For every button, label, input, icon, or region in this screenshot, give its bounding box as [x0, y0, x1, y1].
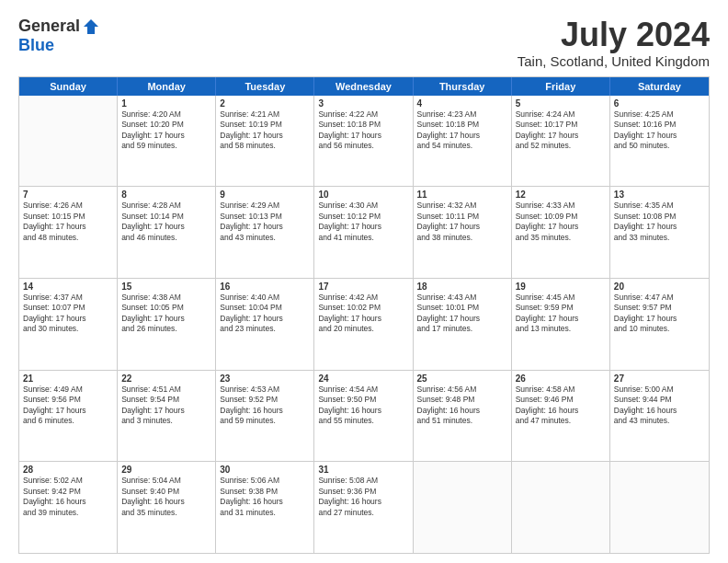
month-title: July 2024: [518, 17, 710, 53]
calendar-cell-11: 11Sunrise: 4:32 AMSunset: 10:11 PMDaylig…: [414, 187, 512, 278]
calendar-cell-27: 27Sunrise: 5:00 AMSunset: 9:44 PMDayligh…: [610, 371, 709, 462]
calendar-cell-6: 6Sunrise: 4:25 AMSunset: 10:16 PMDayligh…: [610, 96, 709, 187]
calendar-cell-13: 13Sunrise: 4:35 AMSunset: 10:08 PMDaylig…: [610, 187, 709, 278]
cell-info: Sunrise: 4:47 AMSunset: 9:57 PMDaylight:…: [614, 293, 705, 335]
day-number: 31: [318, 465, 408, 475]
logo-general: General: [18, 17, 80, 36]
calendar-cell-31: 31Sunrise: 5:08 AMSunset: 9:36 PMDayligh…: [314, 462, 413, 553]
cell-info: Sunrise: 4:22 AMSunset: 10:18 PMDaylight…: [318, 109, 408, 152]
day-number: 1: [121, 98, 211, 109]
day-number: 21: [23, 373, 113, 384]
cell-info: Sunrise: 4:56 AMSunset: 9:48 PMDaylight:…: [417, 385, 507, 427]
day-number: 7: [23, 190, 113, 200]
day-number: 14: [23, 282, 113, 292]
cell-info: Sunrise: 4:20 AMSunset: 10:20 PMDaylight…: [121, 109, 211, 152]
calendar-cell-3: 3Sunrise: 4:22 AMSunset: 10:18 PMDayligh…: [314, 96, 413, 187]
cell-info: Sunrise: 5:00 AMSunset: 9:44 PMDaylight:…: [614, 385, 705, 427]
calendar-cell-empty-4-5: [512, 462, 610, 553]
day-number: 4: [417, 98, 507, 109]
calendar-cell-24: 24Sunrise: 4:54 AMSunset: 9:50 PMDayligh…: [314, 371, 413, 462]
calendar-body: 1Sunrise: 4:20 AMSunset: 10:20 PMDayligh…: [19, 96, 709, 553]
day-number: 5: [516, 98, 606, 109]
day-number: 8: [121, 190, 211, 200]
header-day-thursday: Thursday: [414, 77, 512, 96]
day-number: 29: [121, 465, 211, 475]
day-number: 24: [318, 373, 408, 384]
calendar-cell-18: 18Sunrise: 4:43 AMSunset: 10:01 PMDaylig…: [414, 279, 512, 370]
cell-info: Sunrise: 4:24 AMSunset: 10:17 PMDaylight…: [516, 109, 606, 152]
cell-info: Sunrise: 5:08 AMSunset: 9:36 PMDaylight:…: [318, 476, 408, 518]
header-day-friday: Friday: [512, 77, 610, 96]
calendar: SundayMondayTuesdayWednesdayThursdayFrid…: [18, 76, 710, 554]
svg-marker-0: [84, 19, 98, 34]
day-number: 3: [318, 98, 408, 109]
day-number: 13: [614, 190, 705, 200]
calendar-cell-16: 16Sunrise: 4:40 AMSunset: 10:04 PMDaylig…: [216, 279, 314, 370]
calendar-cell-20: 20Sunrise: 4:47 AMSunset: 9:57 PMDayligh…: [610, 279, 709, 370]
calendar-cell-23: 23Sunrise: 4:53 AMSunset: 9:52 PMDayligh…: [216, 371, 314, 462]
logo: General Blue: [18, 17, 100, 55]
day-number: 6: [614, 98, 705, 109]
day-number: 12: [516, 190, 606, 200]
calendar-cell-26: 26Sunrise: 4:58 AMSunset: 9:46 PMDayligh…: [512, 371, 610, 462]
calendar-header: SundayMondayTuesdayWednesdayThursdayFrid…: [19, 77, 709, 96]
day-number: 20: [614, 282, 705, 292]
cell-info: Sunrise: 5:02 AMSunset: 9:42 PMDaylight:…: [23, 476, 113, 518]
day-number: 11: [417, 190, 507, 200]
cell-info: Sunrise: 5:06 AMSunset: 9:38 PMDaylight:…: [220, 476, 310, 518]
header-day-saturday: Saturday: [610, 77, 709, 96]
cell-info: Sunrise: 4:43 AMSunset: 10:01 PMDaylight…: [417, 293, 507, 335]
cell-info: Sunrise: 4:28 AMSunset: 10:14 PMDaylight…: [121, 201, 211, 243]
calendar-cell-21: 21Sunrise: 4:49 AMSunset: 9:56 PMDayligh…: [19, 371, 118, 462]
day-number: 10: [318, 190, 408, 200]
cell-info: Sunrise: 4:29 AMSunset: 10:13 PMDaylight…: [220, 201, 310, 243]
calendar-cell-empty-4-4: [414, 462, 512, 553]
calendar-row-5: 28Sunrise: 5:02 AMSunset: 9:42 PMDayligh…: [19, 461, 709, 553]
cell-info: Sunrise: 4:32 AMSunset: 10:11 PMDaylight…: [417, 201, 507, 243]
day-number: 2: [220, 98, 310, 109]
header-day-wednesday: Wednesday: [314, 77, 413, 96]
calendar-cell-1: 1Sunrise: 4:20 AMSunset: 10:20 PMDayligh…: [118, 96, 216, 187]
day-number: 25: [417, 373, 507, 384]
cell-info: Sunrise: 4:40 AMSunset: 10:04 PMDaylight…: [220, 293, 310, 335]
calendar-cell-12: 12Sunrise: 4:33 AMSunset: 10:09 PMDaylig…: [512, 187, 610, 278]
calendar-row-3: 14Sunrise: 4:37 AMSunset: 10:07 PMDaylig…: [19, 278, 709, 370]
cell-info: Sunrise: 5:04 AMSunset: 9:40 PMDaylight:…: [121, 476, 211, 518]
cell-info: Sunrise: 4:38 AMSunset: 10:05 PMDaylight…: [121, 293, 211, 335]
calendar-cell-22: 22Sunrise: 4:51 AMSunset: 9:54 PMDayligh…: [118, 371, 216, 462]
day-number: 30: [220, 465, 310, 475]
calendar-cell-14: 14Sunrise: 4:37 AMSunset: 10:07 PMDaylig…: [19, 279, 118, 370]
day-number: 28: [23, 465, 113, 475]
cell-info: Sunrise: 4:35 AMSunset: 10:08 PMDaylight…: [614, 201, 705, 243]
calendar-cell-29: 29Sunrise: 5:04 AMSunset: 9:40 PMDayligh…: [118, 462, 216, 553]
calendar-cell-4: 4Sunrise: 4:23 AMSunset: 10:18 PMDayligh…: [414, 96, 512, 187]
cell-info: Sunrise: 4:33 AMSunset: 10:09 PMDaylight…: [516, 201, 606, 243]
calendar-cell-17: 17Sunrise: 4:42 AMSunset: 10:02 PMDaylig…: [314, 279, 413, 370]
cell-info: Sunrise: 4:23 AMSunset: 10:18 PMDaylight…: [417, 109, 507, 152]
calendar-cell-5: 5Sunrise: 4:24 AMSunset: 10:17 PMDayligh…: [512, 96, 610, 187]
day-number: 15: [121, 282, 211, 292]
day-number: 27: [614, 373, 705, 384]
calendar-cell-15: 15Sunrise: 4:38 AMSunset: 10:05 PMDaylig…: [118, 279, 216, 370]
calendar-cell-30: 30Sunrise: 5:06 AMSunset: 9:38 PMDayligh…: [216, 462, 314, 553]
day-number: 26: [516, 373, 606, 384]
day-number: 18: [417, 282, 507, 292]
cell-info: Sunrise: 4:53 AMSunset: 9:52 PMDaylight:…: [220, 385, 310, 427]
calendar-cell-19: 19Sunrise: 4:45 AMSunset: 9:59 PMDayligh…: [512, 279, 610, 370]
cell-info: Sunrise: 4:26 AMSunset: 10:15 PMDaylight…: [23, 201, 113, 243]
cell-info: Sunrise: 4:37 AMSunset: 10:07 PMDaylight…: [23, 293, 113, 335]
page: General Blue July 2024 Tain, Scotland, U…: [0, 0, 728, 563]
calendar-cell-9: 9Sunrise: 4:29 AMSunset: 10:13 PMDayligh…: [216, 187, 314, 278]
calendar-cell-2: 2Sunrise: 4:21 AMSunset: 10:19 PMDayligh…: [216, 96, 314, 187]
cell-info: Sunrise: 4:25 AMSunset: 10:16 PMDaylight…: [614, 109, 705, 152]
calendar-cell-empty-4-6: [610, 462, 709, 553]
calendar-cell-7: 7Sunrise: 4:26 AMSunset: 10:15 PMDayligh…: [19, 187, 118, 278]
calendar-cell-25: 25Sunrise: 4:56 AMSunset: 9:48 PMDayligh…: [414, 371, 512, 462]
day-number: 17: [318, 282, 408, 292]
day-number: 9: [220, 190, 310, 200]
cell-info: Sunrise: 4:54 AMSunset: 9:50 PMDaylight:…: [318, 385, 408, 427]
logo-text: General: [18, 17, 100, 36]
day-number: 23: [220, 373, 310, 384]
cell-info: Sunrise: 4:51 AMSunset: 9:54 PMDaylight:…: [121, 385, 211, 427]
calendar-row-2: 7Sunrise: 4:26 AMSunset: 10:15 PMDayligh…: [19, 186, 709, 278]
